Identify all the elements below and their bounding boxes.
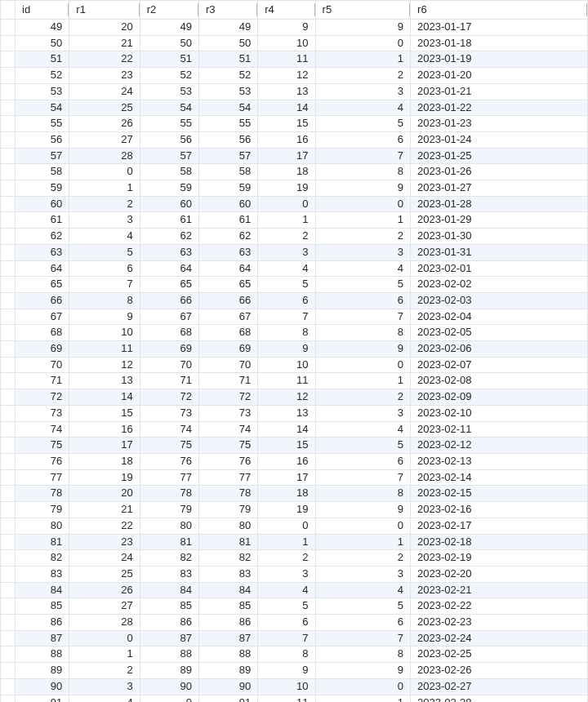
cell-r3[interactable]: 51: [198, 51, 257, 68]
cell-r6[interactable]: 2023-02-27: [411, 678, 588, 695]
column-resizer[interactable]: [586, 3, 587, 16]
table-row[interactable]: 741674741442023-02-11: [1, 421, 588, 438]
cell-r1[interactable]: 5: [69, 244, 140, 260]
cell-r3[interactable]: 67: [198, 309, 257, 325]
row-gutter[interactable]: [1, 566, 16, 582]
cell-id[interactable]: 78: [16, 486, 69, 502]
cell-r6[interactable]: 2023-01-21: [411, 83, 588, 100]
cell-r1[interactable]: 10: [69, 325, 140, 341]
cell-r3[interactable]: 71: [198, 373, 257, 389]
cell-r4[interactable]: 10: [258, 357, 315, 373]
cell-id[interactable]: 72: [16, 389, 69, 406]
cell-id[interactable]: 82: [16, 550, 69, 566]
cell-r5[interactable]: 0: [315, 518, 410, 534]
cell-r6[interactable]: 2023-02-19: [411, 550, 588, 566]
cell-r1[interactable]: 7: [69, 277, 140, 293]
cell-id[interactable]: 52: [16, 68, 69, 84]
cell-r3[interactable]: 62: [198, 229, 257, 245]
cell-r2[interactable]: 71: [140, 373, 198, 389]
row-gutter[interactable]: [1, 196, 16, 212]
table-row[interactable]: 82248282222023-02-19: [1, 550, 588, 566]
cell-r2[interactable]: 75: [140, 438, 198, 454]
cell-r3[interactable]: 69: [198, 341, 257, 358]
cell-r3[interactable]: 49: [198, 20, 257, 36]
cell-r5[interactable]: 2: [315, 229, 410, 245]
cell-r1[interactable]: 20: [69, 20, 140, 36]
cell-r2[interactable]: 89: [140, 663, 198, 679]
cell-r1[interactable]: 13: [69, 373, 140, 389]
cell-r5[interactable]: 7: [315, 309, 410, 325]
cell-id[interactable]: 69: [16, 341, 69, 358]
cell-r1[interactable]: 27: [69, 131, 140, 148]
cell-r2[interactable]: 77: [140, 469, 198, 486]
row-gutter[interactable]: [1, 164, 16, 180]
cell-r1[interactable]: 2: [69, 196, 140, 212]
cell-r1[interactable]: 16: [69, 421, 140, 438]
cell-r1[interactable]: 1: [69, 180, 140, 197]
row-gutter[interactable]: [1, 663, 16, 679]
cell-r5[interactable]: 4: [315, 100, 410, 116]
cell-r5[interactable]: 3: [315, 244, 410, 260]
cell-r1[interactable]: 20: [69, 486, 140, 502]
cell-r3[interactable]: 75: [198, 438, 257, 454]
cell-r2[interactable]: 90: [140, 678, 198, 695]
cell-r6[interactable]: 2023-02-14: [411, 469, 588, 486]
cell-r1[interactable]: 9: [69, 309, 140, 325]
cell-r5[interactable]: 0: [315, 35, 410, 51]
cell-r1[interactable]: 24: [69, 550, 140, 566]
cell-r5[interactable]: 7: [315, 148, 410, 164]
row-gutter[interactable]: [1, 421, 16, 438]
cell-r4[interactable]: 13: [258, 405, 315, 421]
table-row[interactable]: 552655551552023-01-23: [1, 116, 588, 132]
cell-r4[interactable]: 2: [258, 550, 315, 566]
cell-r2[interactable]: 88: [140, 646, 198, 663]
row-gutter[interactable]: [1, 550, 16, 566]
cell-r4[interactable]: 12: [258, 68, 315, 84]
cell-r1[interactable]: 8: [69, 292, 140, 309]
row-gutter[interactable]: [1, 453, 16, 469]
cell-r2[interactable]: 87: [140, 630, 198, 646]
cell-r4[interactable]: 8: [258, 646, 315, 663]
cell-r1[interactable]: 23: [69, 68, 140, 84]
cell-r1[interactable]: 22: [69, 518, 140, 534]
cell-id[interactable]: 71: [16, 373, 69, 389]
cell-r4[interactable]: 11: [258, 695, 315, 702]
row-gutter[interactable]: [1, 325, 16, 341]
cell-r3[interactable]: 50: [198, 35, 257, 51]
cell-id[interactable]: 83: [16, 566, 69, 582]
cell-r4[interactable]: 11: [258, 51, 315, 68]
cell-r5[interactable]: 4: [315, 421, 410, 438]
cell-r6[interactable]: 2023-02-17: [411, 518, 588, 534]
cell-r6[interactable]: 2023-02-05: [411, 325, 588, 341]
cell-r1[interactable]: 4: [69, 229, 140, 245]
table-row[interactable]: 8928989992023-02-26: [1, 663, 588, 679]
cell-r2[interactable]: 83: [140, 566, 198, 582]
cell-r4[interactable]: 1: [258, 534, 315, 550]
cell-r4[interactable]: 10: [258, 678, 315, 695]
cell-r1[interactable]: 0: [69, 164, 140, 180]
cell-r4[interactable]: 14: [258, 421, 315, 438]
cell-r5[interactable]: 9: [315, 341, 410, 358]
cell-r4[interactable]: 7: [258, 309, 315, 325]
cell-r2[interactable]: 62: [140, 229, 198, 245]
cell-r4[interactable]: 4: [258, 582, 315, 598]
cell-id[interactable]: 86: [16, 615, 69, 631]
cell-r2[interactable]: 74: [140, 421, 198, 438]
cell-r6[interactable]: 2023-02-10: [411, 405, 588, 421]
cell-r6[interactable]: 2023-02-18: [411, 534, 588, 550]
cell-r6[interactable]: 2023-02-24: [411, 630, 588, 646]
cell-r2[interactable]: 61: [140, 212, 198, 229]
cell-id[interactable]: 55: [16, 116, 69, 132]
table-row[interactable]: 81238181112023-02-18: [1, 534, 588, 550]
table-row[interactable]: 90390901002023-02-27: [1, 678, 588, 695]
cell-r3[interactable]: 74: [198, 421, 257, 438]
cell-r5[interactable]: 6: [315, 615, 410, 631]
cell-r5[interactable]: 4: [315, 582, 410, 598]
cell-r4[interactable]: 5: [258, 598, 315, 615]
cell-id[interactable]: 62: [16, 229, 69, 245]
cell-r5[interactable]: 6: [315, 453, 410, 469]
cell-id[interactable]: 51: [16, 51, 69, 68]
cell-r3[interactable]: 54: [198, 100, 257, 116]
cell-r2[interactable]: 79: [140, 502, 198, 518]
cell-r5[interactable]: 5: [315, 116, 410, 132]
